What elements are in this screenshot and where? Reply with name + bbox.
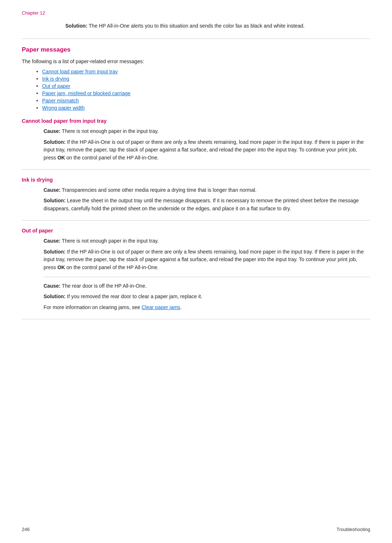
link-cannot-load[interactable]: Cannot load paper from input tray: [42, 69, 118, 74]
out-of-paper-more-info: For more information on clearing jams, s…: [44, 304, 370, 312]
footer-section: Troubleshooting: [336, 527, 370, 532]
cannot-load-cause: Cause: There is not enough paper in the …: [44, 127, 370, 135]
ink-drying-cause-text: Transparencies and some other media requ…: [62, 187, 256, 193]
divider-2: [22, 169, 370, 170]
out-of-paper-solution1: Solution: If the HP All-in-One is out of…: [44, 248, 370, 272]
solution-label-2: Solution:: [44, 198, 66, 203]
out-of-paper-solution2: Solution: If you removed the rear door t…: [44, 293, 370, 301]
ink-drying-content: Cause: Transparencies and some other med…: [44, 186, 370, 213]
cannot-load-solution-text: If the HP All-in-One is out of paper or …: [44, 139, 364, 161]
ink-drying-heading: Ink is drying: [22, 177, 370, 183]
list-item: Wrong paper width: [36, 105, 370, 111]
ink-drying-section: Ink is drying Cause: Transparencies and …: [22, 177, 370, 213]
link-paper-mismatch[interactable]: Paper mismatch: [42, 98, 79, 104]
cannot-load-cause-text: There is not enough paper in the input t…: [62, 128, 159, 134]
cause-label-4: Cause:: [44, 283, 61, 289]
solution-label-3: Solution:: [44, 249, 66, 255]
cause-label-2: Cause:: [44, 187, 61, 193]
list-item: Paper jam, misfeed or blocked carriage: [36, 90, 370, 96]
list-item: Paper mismatch: [36, 98, 370, 104]
ink-drying-cause: Cause: Transparencies and some other med…: [44, 186, 370, 194]
more-info-suffix: .: [180, 304, 182, 310]
ink-drying-solution-text: Leave the sheet in the output tray until…: [44, 198, 359, 211]
intro-block: Solution: The HP All-in-One alerts you t…: [65, 22, 370, 30]
out-of-paper-cause1: Cause: There is not enough paper in the …: [44, 237, 370, 245]
paper-messages-list: Cannot load paper from input tray Ink is…: [36, 69, 370, 111]
cannot-load-section: Cannot load paper from input tray Cause:…: [22, 118, 370, 162]
out-of-paper-section: Out of paper Cause: There is not enough …: [22, 228, 370, 312]
out-of-paper-solution1-text: If the HP All-in-One is out of paper or …: [44, 249, 364, 270]
cannot-load-solution: Solution: If the HP All-in-One is out of…: [44, 138, 370, 162]
footer: 246 Troubleshooting: [22, 527, 370, 532]
intro-solution-text: Solution: The HP All-in-One alerts you t…: [65, 22, 370, 30]
cause-label: Cause:: [44, 128, 61, 134]
cannot-load-heading: Cannot load paper from input tray: [22, 118, 370, 124]
divider-4: [22, 319, 370, 319]
ink-drying-solution: Solution: Leave the sheet in the output …: [44, 197, 370, 212]
paper-messages-heading: Paper messages: [22, 46, 370, 53]
list-item: Cannot load paper from input tray: [36, 69, 370, 74]
divider-1: [22, 39, 370, 39]
paper-messages-section: Paper messages The following is a list o…: [22, 46, 370, 111]
paper-messages-intro: The following is a list of paper-related…: [22, 58, 370, 64]
solution-label-4: Solution:: [44, 293, 66, 299]
solution-label: Solution:: [44, 139, 66, 145]
divider-inner: [44, 277, 370, 277]
link-out-of-paper[interactable]: Out of paper: [42, 83, 70, 89]
out-of-paper-cause2-text: The rear door is off the HP All-in-One.: [62, 283, 147, 289]
out-of-paper-cause1-text: There is not enough paper in the input t…: [62, 238, 159, 244]
out-of-paper-cause2: Cause: The rear door is off the HP All-i…: [44, 282, 370, 290]
chapter-label: Chapter 12: [22, 10, 370, 16]
intro-solution-label: Solution:: [65, 23, 87, 29]
link-ink-drying[interactable]: Ink is drying: [42, 76, 69, 82]
divider-3: [22, 220, 370, 220]
clear-paper-jams-link[interactable]: Clear paper jams: [142, 304, 180, 310]
list-item: Out of paper: [36, 83, 370, 89]
more-info-prefix: For more information on clearing jams, s…: [44, 304, 142, 310]
out-of-paper-content: Cause: There is not enough paper in the …: [44, 237, 370, 312]
link-paper-jam[interactable]: Paper jam, misfeed or blocked carriage: [42, 90, 131, 96]
footer-page-number: 246: [22, 527, 30, 532]
out-of-paper-heading: Out of paper: [22, 228, 370, 234]
intro-solution-body: The HP All-in-One alerts you to this sit…: [89, 23, 305, 29]
out-of-paper-solution2-text: If you removed the rear door to clear a …: [67, 293, 203, 299]
list-item: Ink is drying: [36, 76, 370, 82]
cannot-load-content: Cause: There is not enough paper in the …: [44, 127, 370, 162]
link-wrong-paper-width[interactable]: Wrong paper width: [42, 105, 85, 111]
cause-label-3: Cause:: [44, 238, 61, 244]
